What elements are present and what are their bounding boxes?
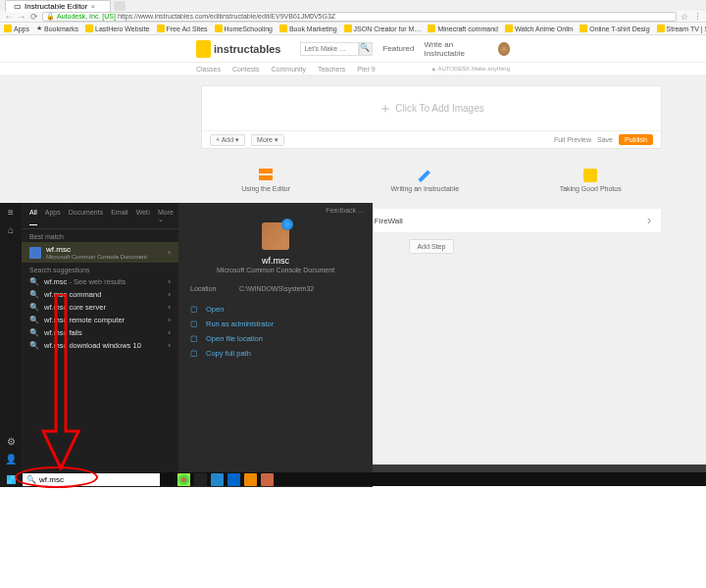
- search-icon: 🔍: [29, 328, 39, 337]
- home-icon[interactable]: ⌂: [5, 224, 17, 236]
- browser-toolbar: ← → ⟳ 🔒 Autodesk, Inc. [US] https://www.…: [0, 11, 706, 23]
- editor-toolbar: + Add ▾ More ▾ Full Preview Save Publish: [202, 130, 661, 148]
- suggestion-item[interactable]: 🔍wf.msc core server›: [22, 301, 178, 314]
- subnav-link[interactable]: Pier 9: [357, 66, 375, 73]
- autodesk-tagline: ▲ AUTODESK Make anything: [430, 66, 510, 72]
- add-button[interactable]: + Add ▾: [210, 134, 245, 146]
- gear-icon[interactable]: ⚙: [5, 436, 17, 448]
- subnav-link[interactable]: Teachers: [318, 66, 345, 73]
- address-bar[interactable]: 🔒 Autodesk, Inc. [US] https://www.instru…: [42, 12, 677, 22]
- windows-taskbar: 🔍: [0, 472, 706, 486]
- bookmark-item[interactable]: Book Marketing: [279, 24, 337, 32]
- robot-icon: [196, 40, 211, 58]
- suggestion-item[interactable]: 🔍wf.msc command›: [22, 288, 178, 301]
- preview-type: Microsoft Common Console Document: [186, 267, 365, 273]
- back-icon[interactable]: ←: [4, 12, 14, 22]
- new-tab-button[interactable]: [114, 1, 126, 11]
- taskbar-search-input[interactable]: [39, 475, 156, 484]
- bookmark-item[interactable]: ★ Bookmarks: [36, 24, 78, 32]
- start-tabs: All Apps Documents Email Web More ⌄: [22, 207, 178, 229]
- search-icon: 🔍: [29, 290, 39, 299]
- full-preview-link[interactable]: Full Preview: [554, 136, 591, 143]
- tab-all[interactable]: All: [29, 207, 37, 225]
- subnav-link[interactable]: Contests: [232, 66, 260, 73]
- tab-favicon: ▭: [14, 2, 22, 11]
- bookmark-item[interactable]: HomeSchooling: [215, 24, 273, 32]
- action-open[interactable]: ▢Open: [190, 302, 361, 317]
- search-icon: 🔍: [29, 341, 39, 350]
- more-button[interactable]: More ▾: [251, 134, 284, 146]
- action-run-admin[interactable]: ▢Run as administrator: [190, 317, 361, 331]
- search-icon: 🔍: [29, 277, 39, 286]
- bookmark-item[interactable]: Free Ad Sites: [157, 24, 208, 32]
- search-input[interactable]: [300, 42, 359, 56]
- bookmark-item[interactable]: Watch Anime Onlin: [505, 24, 573, 32]
- app-icon[interactable]: [261, 473, 274, 486]
- site-logo[interactable]: instructables: [196, 40, 280, 58]
- tab-more[interactable]: More ⌄: [158, 207, 174, 225]
- bookmark-item[interactable]: Apps: [4, 24, 29, 32]
- reload-icon[interactable]: ⟳: [29, 12, 39, 22]
- subnav-link[interactable]: Classes: [196, 66, 221, 73]
- bookmark-item[interactable]: Minecraft command: [428, 24, 497, 32]
- search-icon: 🔍: [29, 316, 39, 324]
- chevron-right-icon[interactable]: ›: [168, 248, 171, 257]
- nav-write[interactable]: Write an Instructable: [425, 40, 488, 58]
- menu-icon[interactable]: ≡: [5, 207, 17, 219]
- tab-email[interactable]: Email: [111, 207, 128, 225]
- tab-web[interactable]: Web: [136, 207, 150, 225]
- search-icon: 🔍: [29, 303, 39, 312]
- save-link[interactable]: Save: [597, 136, 613, 143]
- best-match-result[interactable]: wf.msc Microsoft Common Console Document…: [22, 242, 178, 263]
- add-step-button[interactable]: Add Step: [409, 239, 455, 254]
- user-icon[interactable]: 👤: [5, 454, 17, 466]
- feedback-link[interactable]: Feedback …: [326, 207, 365, 214]
- subnav-link[interactable]: Community: [272, 66, 306, 73]
- location-value[interactable]: C:\WINDOWS\system32: [239, 285, 314, 292]
- tab-title: Instructable Editor: [25, 2, 87, 11]
- bookmark-item[interactable]: LastHero Website: [85, 24, 150, 32]
- url-path: https://www.instructables.com/editinstru…: [118, 13, 335, 20]
- menu-icon[interactable]: ⋮: [692, 12, 702, 22]
- location-label: Location: [190, 285, 239, 292]
- suggestion-item[interactable]: 🔍wf.msc download windows 10›: [22, 339, 178, 352]
- browser-tab[interactable]: ▭ Instructable Editor ×: [5, 0, 111, 12]
- tab-docs[interactable]: Documents: [69, 207, 103, 225]
- mmc-large-icon: [262, 222, 289, 250]
- image-dropzone[interactable]: ＋ Click To Add Images: [202, 86, 661, 130]
- word-icon[interactable]: [211, 473, 224, 486]
- help-photos[interactable]: Taking Good Photos: [560, 169, 622, 192]
- action-copy-path[interactable]: ▢Copy full path: [190, 346, 361, 361]
- action-open-location[interactable]: ▢Open file location: [190, 331, 361, 346]
- close-icon[interactable]: ×: [90, 2, 95, 11]
- nav-featured[interactable]: Featured: [382, 44, 414, 53]
- bookmark-item[interactable]: Online T-shirt Desig: [580, 24, 649, 32]
- search-icon: 🔍: [26, 475, 36, 484]
- start-button[interactable]: [0, 472, 22, 486]
- suggestion-item[interactable]: 🔍wf.msc remote computer›: [22, 314, 178, 326]
- publish-button[interactable]: Publish: [619, 134, 653, 145]
- help-writing[interactable]: Writing an Instructable: [391, 169, 460, 192]
- mail-icon[interactable]: [227, 473, 240, 486]
- chevron-right-icon: ›: [168, 277, 171, 286]
- star-icon[interactable]: ☆: [680, 12, 689, 22]
- steam-icon[interactable]: [194, 473, 207, 486]
- help-using[interactable]: Using the Editor: [241, 169, 290, 192]
- app-icon[interactable]: [244, 473, 257, 486]
- search-button[interactable]: 🔍: [359, 42, 373, 56]
- site-subnav: Classes Contests Community Teachers Pier…: [0, 63, 706, 75]
- bookmark-item[interactable]: Stream TV | Stream: [657, 24, 706, 32]
- tab-apps[interactable]: Apps: [45, 207, 61, 225]
- suggestion-item[interactable]: 🔍wf.msc fails›: [22, 326, 178, 339]
- preview-actions: ▢Open ▢Run as administrator ▢Open file l…: [186, 302, 365, 361]
- forward-icon[interactable]: →: [17, 12, 26, 22]
- mmc-icon: [29, 247, 41, 259]
- taskbar-search[interactable]: 🔍: [23, 473, 160, 486]
- avatar[interactable]: [498, 42, 510, 56]
- start-preview: Feedback … wf.msc Microsoft Common Conso…: [178, 203, 373, 487]
- suggestion-item[interactable]: 🔍wf.msc - See web results›: [22, 275, 178, 288]
- shield-icon: ▢: [190, 319, 200, 328]
- camera-icon: [583, 169, 597, 182]
- bookmark-item[interactable]: JSON Creator for M…: [344, 24, 422, 32]
- chrome-icon[interactable]: [177, 473, 190, 486]
